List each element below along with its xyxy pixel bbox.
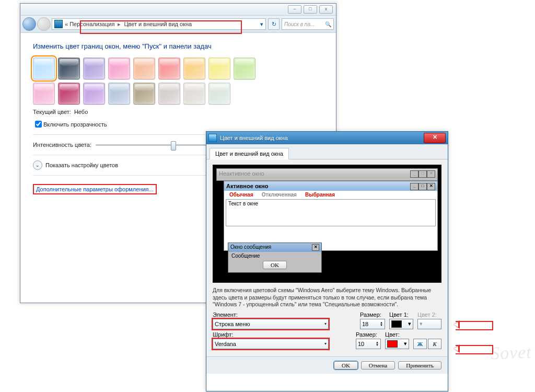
preview-active-title: Активное окно xyxy=(226,183,410,189)
search-input[interactable]: Поиск в па... 🔍 xyxy=(282,18,334,30)
close-button[interactable]: x xyxy=(319,5,333,14)
preview-window-buttons: _□✕ xyxy=(410,182,435,190)
tab-appearance[interactable]: Цвет и внешний вид окна xyxy=(210,148,289,159)
chevron-down-icon[interactable]: ⌄ xyxy=(33,160,42,170)
spin-down-icon[interactable]: ▼ xyxy=(380,324,383,327)
color-swatch[interactable] xyxy=(33,57,55,79)
back-button[interactable] xyxy=(22,17,36,31)
preview-menu-selected: Выбранная xyxy=(305,192,335,198)
preview-msg-body: Сообщение xyxy=(231,253,318,259)
font-row: Шрифт: Verdana▾ Размер: 10 ▲▼ Цвет: ▾ Ж … xyxy=(213,331,441,349)
cancel-button[interactable]: Отмена xyxy=(361,361,395,370)
color2-label: Цвет 2: xyxy=(417,312,441,318)
dropdown-icon: ▾ xyxy=(408,320,411,327)
color-swatch[interactable] xyxy=(83,83,105,105)
font-size-label: Размер: xyxy=(356,331,381,338)
color-swatch[interactable] xyxy=(58,83,80,105)
maximize-button[interactable]: □ xyxy=(304,5,317,14)
current-color-value: Небо xyxy=(74,109,88,115)
annotation-highlight-advlink: Дополнительные параметры оформления... xyxy=(33,184,157,194)
transparency-label: Включить прозрачность xyxy=(43,121,107,128)
info-text: Для включения цветовой схемы "Windows Ae… xyxy=(213,287,441,308)
spin-down-icon[interactable]: ▼ xyxy=(376,344,379,347)
page-title: Изменить цвет границ окон, меню "Пуск" и… xyxy=(33,42,323,50)
preview-inactive-title: Неактивное окно xyxy=(219,170,410,177)
apply-button[interactable]: Применить xyxy=(398,361,441,370)
preview-menubar: Обычная Отключенная Выбранная xyxy=(224,191,437,199)
element-label: Элемент: xyxy=(213,312,356,318)
font-value: Verdana xyxy=(215,341,236,347)
crumb-1[interactable]: Персонализация xyxy=(69,21,114,27)
size-label: Размер: xyxy=(360,312,385,318)
appearance-preview: Неактивное окно _□✕ Активное окно _□✕ Об… xyxy=(213,165,441,283)
dialog-icon xyxy=(208,134,217,142)
color-swatch[interactable] xyxy=(208,57,230,79)
bold-button[interactable]: Ж xyxy=(413,339,427,349)
transparency-row: Включить прозрачность xyxy=(33,119,323,129)
transparency-checkbox[interactable] xyxy=(35,121,42,128)
advanced-appearance-link[interactable]: Дополнительные параметры оформления... xyxy=(36,186,154,192)
current-color-label: Текущий цвет: xyxy=(33,109,71,115)
element-combo[interactable]: Строка меню▾ xyxy=(213,319,329,329)
ok-button[interactable]: OK xyxy=(334,361,358,370)
font-size-spinner[interactable]: 10 ▲▼ xyxy=(356,339,381,349)
italic-button[interactable]: К xyxy=(428,339,441,349)
color-swatch[interactable] xyxy=(183,57,205,79)
dropdown-icon: ▾ xyxy=(404,340,407,347)
color-swatch[interactable] xyxy=(108,83,130,105)
dialog-titlebar: Цвет и внешний вид окна ✕ xyxy=(206,132,448,144)
minimize-button[interactable]: – xyxy=(288,5,301,14)
crumb-sep-icon: ▸ xyxy=(118,21,121,28)
color-swatch[interactable] xyxy=(158,57,180,79)
color-swatch-row-2 xyxy=(33,83,323,105)
search-placeholder: Поиск в па... xyxy=(284,21,315,27)
intensity-slider[interactable] xyxy=(95,140,220,149)
breadcrumb[interactable]: « Персонализация ▸ Цвет и внешний вид ок… xyxy=(52,18,266,30)
preview-menu-disabled: Отключенная xyxy=(262,192,297,198)
annotation-arrow-1 xyxy=(456,321,493,330)
preview-textarea: Текст в окне xyxy=(226,199,436,226)
element-size-spinner[interactable]: 18 ▲▼ xyxy=(360,319,385,329)
color-swatch[interactable] xyxy=(58,57,80,79)
color1-swatch xyxy=(391,320,402,328)
appearance-dialog: Цвет и внешний вид окна ✕ Цвет и внешний… xyxy=(206,131,448,391)
font-combo[interactable]: Verdana▾ xyxy=(213,339,329,349)
annotation-arrow-2 xyxy=(456,345,493,354)
control-panel-icon xyxy=(54,20,63,28)
preview-message-box: Окно сообщения✕ Сообщение OK xyxy=(228,243,322,273)
forward-button[interactable] xyxy=(37,17,51,31)
refresh-button[interactable]: ↻ xyxy=(268,18,280,30)
slider-thumb[interactable] xyxy=(171,141,176,151)
font-label: Шрифт: xyxy=(213,331,352,338)
color-swatch[interactable] xyxy=(83,57,105,79)
dropdown-icon: ▾ xyxy=(324,321,327,326)
intensity-label: Интенсивность цвета: xyxy=(33,142,91,148)
color-swatch[interactable] xyxy=(183,83,205,105)
nav-toolbar: « Персонализация ▸ Цвет и внешний вид ок… xyxy=(20,16,336,33)
dialog-body: Неактивное окно _□✕ Активное окно _□✕ Об… xyxy=(206,159,448,356)
crumb-dropdown-icon[interactable]: ▾ xyxy=(260,21,263,28)
dialog-title: Цвет и внешний вид окна xyxy=(220,135,424,141)
titlebar: – □ x xyxy=(20,4,336,16)
color-swatch[interactable] xyxy=(133,83,155,105)
preview-window-buttons: _□✕ xyxy=(410,169,435,178)
color-swatch[interactable] xyxy=(108,57,130,79)
color-swatch[interactable] xyxy=(208,83,230,105)
crumb-2[interactable]: Цвет и внешний вид окна xyxy=(124,21,192,27)
font-color-swatch xyxy=(387,340,398,348)
element-value: Строка меню xyxy=(215,321,250,327)
color1-button[interactable]: ▾ xyxy=(389,319,413,329)
color-swatch[interactable] xyxy=(234,57,255,79)
color-swatch[interactable] xyxy=(133,57,155,79)
color-swatch[interactable] xyxy=(158,83,180,105)
preview-active-window: Активное окно _□✕ Обычная Отключенная Вы… xyxy=(224,181,438,251)
preview-menu-normal: Обычная xyxy=(229,192,253,198)
search-icon: 🔍 xyxy=(325,21,331,27)
preview-msg-close-icon: ✕ xyxy=(312,244,319,251)
preview-inactive-window: Неактивное окно _□✕ xyxy=(216,168,438,181)
watermark: Sovet xyxy=(491,342,532,364)
color-swatch[interactable] xyxy=(33,83,55,105)
font-color-button[interactable]: ▾ xyxy=(385,339,409,349)
font-size-value: 10 xyxy=(358,341,364,347)
dialog-close-button[interactable]: ✕ xyxy=(424,133,446,143)
